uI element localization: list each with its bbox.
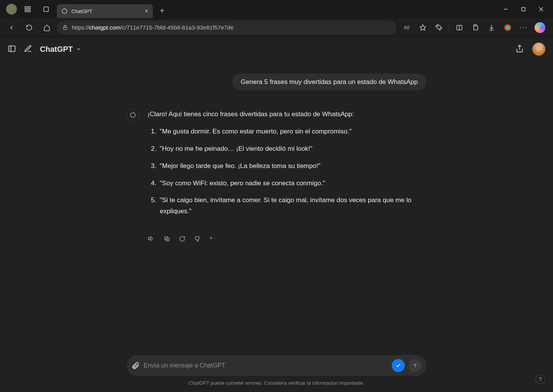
send-button[interactable] [409,359,422,372]
message-input-bar [127,355,426,376]
tab-actions-icon[interactable] [38,2,54,17]
list-item: "Me gusta dormir. Es como estar muerto, … [158,126,426,137]
assistant-intro: ¡Claro! Aquí tienes cinco frases diverti… [147,109,426,120]
model-change-button[interactable] [209,235,217,242]
regenerate-button[interactable] [178,235,186,242]
back-button[interactable] [4,20,19,35]
more-menu-icon[interactable]: ··· [516,20,531,35]
app-title-label: ChatGPT [40,45,73,54]
profile-avatar-icon[interactable] [6,4,17,15]
browser-tab[interactable]: ChatGPT × [57,4,153,18]
collections-icon[interactable] [468,20,483,35]
browser-title-bar: ChatGPT × + [0,0,553,18]
extensions-icon[interactable] [431,20,447,35]
extension-badge-icon[interactable] [500,20,515,35]
svg-rect-0 [25,7,27,8]
chat-area: Genera 5 frases muy divertidas para un e… [0,61,553,392]
message-input[interactable] [144,362,388,369]
svg-rect-1 [28,7,30,8]
svg-point-5 [62,9,67,13]
split-screen-icon[interactable] [452,20,467,35]
user-message-text: Genera 5 frases muy divertidas para un e… [241,78,418,86]
user-avatar[interactable] [532,43,545,56]
svg-rect-10 [63,27,67,30]
toggle-sidebar-button[interactable] [8,44,17,54]
user-message: Genera 5 frases muy divertidas para un e… [127,74,426,91]
help-label: ? [539,376,542,382]
list-item: "Mejor llego tarde que feo. ¡La belleza … [158,161,426,172]
refresh-button[interactable] [22,20,37,35]
voice-check-button[interactable] [392,359,405,372]
disclaimer-text: ChatGPT puede cometer errores. Considera… [0,380,553,386]
svg-rect-16 [9,46,15,52]
svg-rect-3 [25,10,27,12]
svg-rect-4 [44,7,48,12]
attach-button[interactable] [131,361,140,370]
close-window-button[interactable] [532,2,550,17]
new-chat-button[interactable] [24,44,33,54]
message-actions [127,235,426,242]
svg-rect-7 [522,8,525,11]
thumbs-down-button[interactable] [194,235,201,242]
minimize-button[interactable] [497,2,515,17]
read-aloud-button[interactable] [147,235,155,242]
new-tab-button[interactable]: + [156,7,168,15]
read-aloud-icon[interactable]: A)) [399,20,414,35]
model-selector[interactable]: ChatGPT [40,45,81,54]
favorite-icon[interactable] [415,20,430,35]
url-text: https://chatgpt.com/c/711e7715-7bfd-45b8… [72,24,233,31]
list-item: "Si te caigo bien, invítame a comer. Si … [158,195,426,217]
home-button[interactable] [39,20,55,35]
browser-address-bar: https://chatgpt.com/c/711e7715-7bfd-45b8… [0,18,553,37]
chevron-down-icon [76,46,81,52]
list-item: "Soy como WiFi: existo, pero nadie se co… [158,178,426,189]
assistant-message: ¡Claro! Aquí tienes cinco frases diverti… [127,109,426,223]
app-header: ChatGPT [0,37,553,61]
window-controls [497,2,550,17]
tab-title: ChatGPT [71,8,92,14]
workspaces-icon[interactable] [20,2,35,17]
list-item: "Hoy no me he peinado… ¡El viento decidi… [158,143,426,155]
assistant-list: "Me gusta dormir. Es como estar muerto, … [147,126,426,217]
svg-rect-14 [474,26,478,30]
downloads-icon[interactable] [484,20,499,35]
copilot-icon[interactable] [535,22,545,33]
user-message-bubble[interactable]: Genera 5 frases muy divertidas para un e… [232,74,426,91]
share-button[interactable] [515,44,525,54]
lock-icon [62,25,68,30]
tab-close-button[interactable]: × [145,8,148,15]
copy-button[interactable] [163,235,171,242]
conversation: Genera 5 frases muy divertidas para un e… [127,74,426,242]
divider [449,24,449,31]
chatgpt-avatar-icon [127,109,140,122]
svg-marker-11 [420,25,426,30]
url-field[interactable]: https://chatgpt.com/c/711e7715-7bfd-45b8… [57,21,397,35]
assistant-message-body[interactable]: ¡Claro! Aquí tienes cinco frases diverti… [147,109,426,223]
svg-marker-19 [149,237,151,241]
maximize-button[interactable] [515,2,532,17]
svg-rect-2 [28,10,30,12]
chatgpt-favicon-icon [61,8,68,14]
help-button[interactable]: ? [535,374,545,384]
